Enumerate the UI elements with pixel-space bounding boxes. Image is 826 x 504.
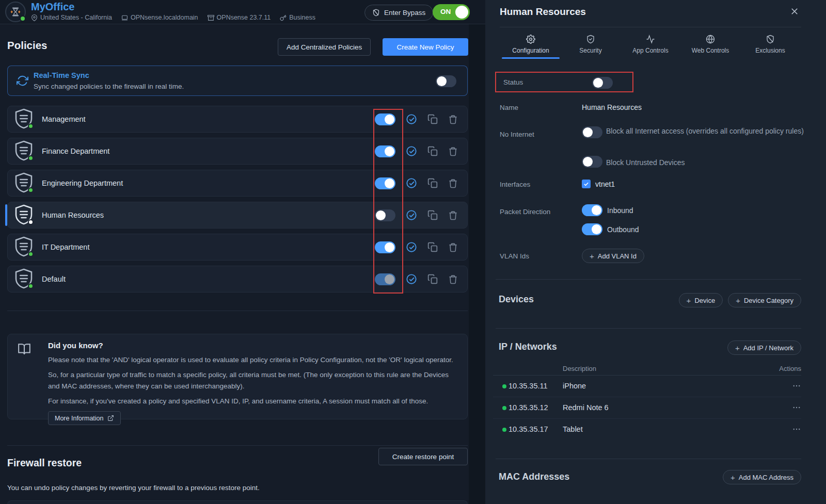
tab-security[interactable]: Security (561, 30, 621, 59)
delete-policy-button[interactable] (448, 178, 458, 188)
add-mac-address-button[interactable]: +Add MAC Address (723, 470, 801, 484)
location-item: United States - California (31, 14, 112, 21)
power-toggle[interactable]: ON (433, 4, 470, 20)
add-vlan-button[interactable]: + Add VLAN Id (582, 249, 644, 263)
block-untrusted-toggle[interactable] (582, 156, 602, 168)
shield-check-icon (586, 35, 595, 44)
edition-text: Business (289, 14, 315, 21)
policy-row-it-department[interactable]: IT Department (7, 234, 468, 261)
apply-policy-button[interactable] (406, 273, 417, 285)
clone-policy-button[interactable] (427, 210, 438, 220)
policy-row-human-resources[interactable]: Human Resources (7, 202, 468, 229)
policy-row-default[interactable]: Default (7, 266, 468, 292)
policy-row-management[interactable]: Management (7, 106, 468, 133)
inbound-toggle[interactable] (582, 204, 602, 216)
tab-label: Exclusions (755, 47, 785, 54)
policy-row-actions (375, 241, 458, 253)
ip-network-row[interactable]: 10.35.35.17 Tablet (493, 419, 801, 441)
gear-icon (526, 35, 535, 44)
plus-icon: + (590, 252, 594, 260)
outbound-label: Outbound (607, 225, 639, 234)
delete-policy-button[interactable] (448, 210, 458, 220)
status-toggle[interactable] (592, 77, 613, 89)
enter-bypass-label: Enter Bypass (384, 9, 425, 17)
tab-configuration[interactable]: Configuration (501, 30, 561, 59)
delete-policy-button[interactable] (448, 115, 458, 124)
clone-policy-button[interactable] (427, 274, 438, 284)
policy-enabled-toggle[interactable] (375, 273, 395, 285)
tab-app-controls[interactable]: App Controls (621, 30, 680, 59)
toggle-knob (583, 157, 593, 167)
policy-row-actions (375, 177, 458, 189)
copy-icon (427, 242, 438, 252)
ip-address: 10.35.35.11 (509, 382, 548, 390)
shield-slash-icon (766, 35, 775, 44)
book-open-icon (18, 343, 31, 356)
delete-policy-button[interactable] (448, 274, 458, 284)
add-device-category-label: Device Category (744, 297, 793, 304)
policy-enabled-toggle[interactable] (375, 209, 395, 221)
drawer-divider (500, 27, 801, 27)
tab-exclusions[interactable]: Exclusions (740, 30, 800, 59)
add-mac-address-label: Add MAC Address (739, 474, 793, 481)
realtime-sync-toggle[interactable] (436, 75, 456, 87)
policy-row-finance[interactable]: Finance Department (7, 138, 468, 165)
add-device-button[interactable]: +Device (679, 293, 723, 307)
check-circle-icon (406, 113, 417, 125)
delete-policy-button[interactable] (448, 147, 458, 156)
policy-enabled-toggle[interactable] (375, 113, 395, 125)
trash-icon (448, 242, 458, 252)
clone-policy-button[interactable] (427, 178, 438, 188)
restore-points-card-partial (7, 500, 468, 504)
add-ip-network-button[interactable]: +Add IP / Network (727, 340, 801, 355)
policy-name: IT Department (42, 243, 89, 251)
apply-policy-button[interactable] (406, 113, 417, 125)
interface-checkbox[interactable] (582, 180, 591, 188)
ip-description: iPhone (563, 382, 586, 390)
policy-enabled-toggle[interactable] (375, 241, 395, 253)
clone-policy-button[interactable] (427, 114, 438, 124)
apply-policy-button[interactable] (406, 209, 417, 221)
outbound-toggle[interactable] (582, 223, 602, 235)
ip-network-row[interactable]: 10.35.35.12 Redmi Note 6 (493, 397, 801, 419)
policy-row-actions (375, 145, 458, 157)
no-internet-label: No Internet (500, 131, 534, 138)
apply-policy-button[interactable] (406, 177, 417, 189)
apply-policy-button[interactable] (406, 145, 417, 157)
apply-policy-button[interactable] (406, 241, 417, 253)
policy-row-engineering[interactable]: Engineering Department (7, 170, 468, 197)
add-device-category-button[interactable]: +Device Category (728, 293, 801, 307)
block-all-internet-toggle[interactable] (582, 126, 602, 138)
archive-box-icon (208, 14, 214, 21)
policy-shield-icon (14, 140, 34, 162)
inbound-label: Inbound (607, 206, 633, 215)
enter-bypass-button[interactable]: Enter Bypass (364, 5, 433, 21)
create-restore-point-button[interactable]: Create restore point (378, 448, 468, 465)
power-toggle-label: ON (440, 8, 451, 15)
close-drawer-button[interactable] (790, 7, 799, 18)
row-actions-menu-button[interactable] (792, 403, 801, 414)
policy-shield-icon (14, 268, 34, 290)
toggle-knob (592, 224, 601, 234)
policy-row-actions (375, 209, 458, 221)
header-meta: United States - California OPNsense.loca… (31, 14, 315, 21)
delete-policy-button[interactable] (448, 242, 458, 252)
check-circle-icon (406, 209, 417, 221)
name-value: Human Resources (582, 103, 642, 111)
add-centralized-policies-button[interactable]: Add Centralized Policies (278, 38, 371, 56)
row-actions-menu-button[interactable] (792, 381, 801, 392)
online-status-dot (502, 384, 506, 388)
clone-policy-button[interactable] (427, 146, 438, 156)
row-actions-menu-button[interactable] (792, 425, 801, 435)
policy-status-dot (28, 251, 34, 257)
firewall-restore-title: Firewall restore (7, 457, 82, 469)
online-status-dot (502, 406, 506, 410)
block-all-internet-label: Block all Internet access (overrides all… (606, 126, 808, 136)
ip-network-row[interactable]: 10.35.35.11 iPhone (493, 376, 801, 397)
create-new-policy-button[interactable]: Create New Policy (383, 38, 468, 56)
tab-web-controls[interactable]: Web Controls (680, 30, 740, 59)
policy-enabled-toggle[interactable] (375, 145, 395, 157)
policy-enabled-toggle[interactable] (375, 177, 395, 189)
clone-policy-button[interactable] (427, 242, 438, 252)
more-information-button[interactable]: More Information (48, 411, 121, 425)
